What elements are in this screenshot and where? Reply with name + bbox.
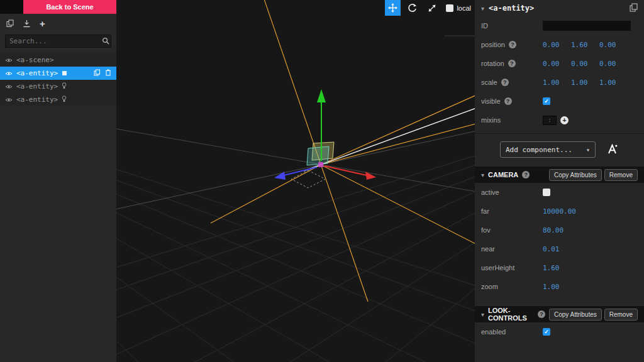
search-input[interactable] bbox=[9, 37, 102, 45]
property-label: far bbox=[481, 207, 489, 215]
copy-entity-html-icon[interactable] bbox=[630, 3, 638, 13]
camera-active-row: active bbox=[475, 183, 644, 202]
component-title: LOOK-CONTROLS bbox=[488, 307, 534, 322]
property-label: zoom bbox=[481, 283, 498, 290]
translate-tool-button[interactable] bbox=[385, 0, 401, 16]
eye-icon[interactable] bbox=[5, 96, 13, 104]
scale-tool-button[interactable] bbox=[424, 0, 440, 16]
scale-row: scale 1.00 1.00 1.00 bbox=[475, 73, 644, 92]
fov-value[interactable]: 80.00 bbox=[543, 226, 564, 234]
look-controls-component-header[interactable]: LOOK-CONTROLS Copy Attributes Remove bbox=[475, 306, 644, 322]
trash-icon[interactable] bbox=[105, 69, 111, 77]
light-bulb-icon bbox=[62, 96, 67, 104]
rotation-y[interactable]: 0.00 bbox=[571, 60, 591, 68]
property-label: userHeight bbox=[481, 264, 514, 272]
viewport-3d[interactable]: local bbox=[116, 0, 475, 362]
search-icon bbox=[102, 36, 109, 47]
clone-entity-icon[interactable] bbox=[94, 69, 101, 78]
help-icon[interactable] bbox=[501, 79, 509, 86]
add-component-dropdown[interactable]: Add component... bbox=[500, 141, 596, 158]
eye-icon[interactable] bbox=[5, 83, 13, 90]
tree-item-label: <a-scene> bbox=[16, 56, 54, 64]
camera-userheight-row: userHeight 1.60 bbox=[475, 258, 644, 277]
scale-x[interactable]: 1.00 bbox=[543, 79, 562, 87]
active-checkbox[interactable] bbox=[543, 189, 550, 196]
property-label: active bbox=[481, 189, 499, 196]
enabled-checkbox[interactable] bbox=[543, 328, 550, 336]
tree-item-a-scene[interactable]: <a-scene> bbox=[0, 53, 116, 67]
translate-gizmo bbox=[274, 89, 376, 180]
copy-entity-icon[interactable] bbox=[6, 19, 14, 28]
component-title: CAMERA bbox=[488, 171, 518, 178]
id-row: ID bbox=[475, 16, 644, 35]
aframe-inspector: Back to Scene + <a-scene> bbox=[0, 0, 644, 362]
id-input[interactable] bbox=[543, 21, 631, 31]
help-icon[interactable] bbox=[538, 310, 545, 318]
rotation-row: rotation 0.00 0.00 0.00 bbox=[475, 54, 644, 73]
help-icon[interactable] bbox=[508, 60, 516, 67]
property-label: enabled bbox=[481, 328, 506, 336]
local-checkbox[interactable] bbox=[446, 4, 453, 12]
help-icon[interactable] bbox=[504, 97, 512, 105]
position-z[interactable]: 0.00 bbox=[599, 41, 619, 49]
eye-icon[interactable] bbox=[5, 70, 13, 77]
move-icon bbox=[388, 3, 397, 13]
copy-attributes-button[interactable]: Copy Attributes bbox=[549, 169, 602, 181]
help-icon[interactable] bbox=[509, 41, 516, 48]
eye-icon[interactable] bbox=[5, 57, 13, 64]
copy-attributes-button[interactable]: Copy Attributes bbox=[549, 309, 602, 321]
chevron-down-icon bbox=[586, 146, 590, 154]
camera-fov-row: fov 80.00 bbox=[475, 221, 644, 239]
zoom-value[interactable]: 1.00 bbox=[543, 283, 560, 291]
chevron-down-icon[interactable] bbox=[481, 310, 484, 318]
rotate-tool-button[interactable] bbox=[404, 0, 420, 16]
scale-label: scale bbox=[481, 79, 497, 86]
entity-header[interactable]: <a-entity> bbox=[475, 0, 644, 16]
rotation-x[interactable]: 0.00 bbox=[543, 60, 562, 68]
position-y[interactable]: 1.60 bbox=[571, 41, 591, 49]
far-value[interactable]: 10000.00 bbox=[543, 207, 576, 216]
add-entity-icon[interactable]: + bbox=[40, 20, 45, 28]
tree-item-a-entity-light-1[interactable]: <a-entity> bbox=[0, 80, 116, 93]
chevron-down-icon[interactable] bbox=[481, 171, 484, 178]
aframe-logo-icon[interactable] bbox=[607, 144, 618, 156]
property-label: near bbox=[481, 245, 495, 253]
visible-checkbox[interactable] bbox=[543, 97, 550, 105]
back-to-scene-button[interactable]: Back to Scene bbox=[23, 0, 116, 14]
entity-title: <a-entity> bbox=[489, 4, 534, 13]
local-label: local bbox=[457, 4, 471, 12]
collapse-panel-cell[interactable] bbox=[0, 0, 23, 14]
search-box bbox=[5, 35, 111, 48]
scale-y[interactable]: 1.00 bbox=[571, 79, 591, 87]
export-download-icon[interactable] bbox=[23, 19, 31, 28]
scale-z[interactable]: 1.00 bbox=[599, 79, 619, 87]
add-component-row: Add component... bbox=[475, 134, 644, 167]
light-helper-rays bbox=[211, 0, 475, 302]
help-icon[interactable] bbox=[522, 171, 530, 178]
near-value[interactable]: 0.01 bbox=[543, 245, 560, 253]
mixins-label: mixins bbox=[481, 116, 501, 124]
sidebar-topbar: Back to Scene bbox=[0, 0, 116, 14]
remove-component-button[interactable]: Remove bbox=[604, 169, 638, 181]
add-mixin-icon[interactable] bbox=[560, 116, 569, 124]
camera-near-row: near 0.01 bbox=[475, 239, 644, 258]
light-bulb-icon bbox=[62, 82, 67, 90]
camera-helper-line bbox=[304, 108, 475, 171]
tree-item-a-entity-selected[interactable]: <a-entity> bbox=[0, 67, 116, 80]
remove-component-button[interactable]: Remove bbox=[604, 309, 638, 321]
mixins-select[interactable]: ∶ bbox=[543, 116, 557, 125]
camera-component-header[interactable]: CAMERA Copy Attributes Remove bbox=[475, 167, 644, 183]
camera-zoom-row: zoom 1.00 bbox=[475, 277, 644, 296]
position-x[interactable]: 0.00 bbox=[543, 41, 562, 49]
tree-item-a-entity-light-2[interactable]: <a-entity> bbox=[0, 93, 116, 106]
tree-item-label: <a-entity> bbox=[16, 69, 58, 77]
tree-item-label: <a-entity> bbox=[16, 96, 58, 104]
scene-sidebar: Back to Scene + <a-scene> bbox=[0, 0, 116, 362]
scene-graph: <a-scene> <a-entity> bbox=[0, 53, 116, 106]
rotation-z[interactable]: 0.00 bbox=[599, 60, 619, 68]
chevron-down-icon[interactable] bbox=[481, 4, 484, 12]
scale-icon bbox=[428, 4, 436, 13]
userheight-value[interactable]: 1.60 bbox=[543, 264, 560, 272]
camera-frustum-helper bbox=[291, 170, 325, 188]
local-space-toggle[interactable]: local bbox=[446, 4, 471, 12]
